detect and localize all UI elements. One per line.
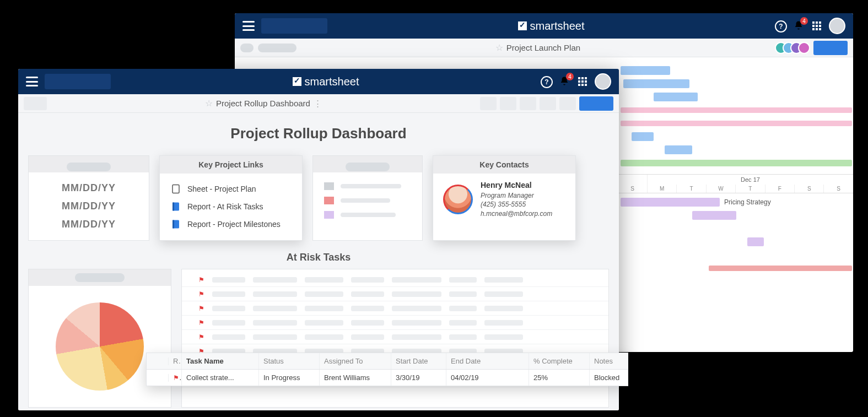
- avatar[interactable]: [829, 18, 845, 34]
- flag-icon: ⚑: [198, 305, 204, 312]
- subbar-pill: [258, 44, 296, 52]
- avatar[interactable]: [595, 73, 611, 90]
- share-button[interactable]: [813, 41, 848, 55]
- col-start: Start Date: [391, 353, 446, 369]
- brand-placeholder: [45, 74, 111, 89]
- more-icon[interactable]: ⋮: [314, 99, 322, 109]
- legend-widget: [312, 155, 423, 241]
- contacts-widget: Key Contacts Henry McNeal Program Manage…: [433, 155, 576, 241]
- links-widget: Key Project Links Sheet - Project Plan R…: [159, 155, 303, 241]
- col-end: End Date: [446, 353, 529, 369]
- legend-item: [322, 179, 413, 193]
- widget-header: [313, 156, 422, 172]
- notification-badge: 4: [800, 17, 808, 25]
- cell-status: In Progress: [259, 370, 320, 386]
- grid-row: ⚑: [182, 273, 608, 287]
- widget-header: Key Project Links: [160, 156, 302, 174]
- cell-pct: 25%: [529, 370, 590, 386]
- swatch-gray: [324, 182, 334, 190]
- svg-rect-0: [172, 185, 179, 193]
- timeline-day: S: [823, 185, 853, 193]
- brand: smartsheet: [293, 75, 359, 88]
- help-icon[interactable]: [541, 76, 552, 87]
- subbar-pill: [240, 44, 254, 52]
- contact-role: Program Manager: [481, 191, 552, 201]
- timeline-day: F: [765, 185, 794, 193]
- link-item[interactable]: Sheet - Project Plan: [169, 180, 293, 198]
- toolbar-button[interactable]: [520, 97, 536, 110]
- help-icon[interactable]: [775, 20, 786, 31]
- menu-icon[interactable]: [242, 21, 255, 31]
- contact-name: Henry McNeal: [481, 180, 552, 191]
- col-pct: % Complete: [529, 353, 590, 369]
- grid-row: ⚑: [182, 316, 608, 330]
- primary-button[interactable]: [579, 96, 613, 111]
- report-icon: [171, 219, 181, 230]
- col-taskname: Task Name: [182, 353, 259, 369]
- bell-icon[interactable]: 4: [559, 76, 570, 87]
- timeline-day: S: [617, 185, 646, 193]
- notification-badge: 4: [566, 73, 574, 80]
- toolbar-button[interactable]: [500, 97, 516, 110]
- apps-icon[interactable]: [578, 77, 587, 86]
- bell-icon[interactable]: 4: [794, 20, 805, 31]
- timeline-day: T: [735, 185, 764, 193]
- date-value: MM/DD/YY: [37, 179, 140, 197]
- contact-phone: (425) 355-5555: [481, 200, 552, 209]
- cell-assigned: Brent Williams: [320, 370, 391, 386]
- menu-icon[interactable]: [26, 77, 38, 86]
- topbar-back: smartsheet 4: [235, 13, 853, 39]
- widget-header: Key Contacts: [433, 156, 575, 174]
- col-risk: Risk: [169, 353, 182, 369]
- subbar-front: ☆ Project Rollup Dashboard ⋮: [18, 94, 619, 113]
- flag-icon: ⚑: [173, 373, 182, 382]
- star-icon[interactable]: ☆: [205, 98, 213, 109]
- table-row[interactable]: ⚑ Collect strate... In Progress Brent Wi…: [147, 370, 628, 386]
- collaborator-avatars[interactable]: [779, 42, 810, 54]
- risk-grid: ⚑⚑⚑⚑⚑⚑⚑⚑: [181, 269, 609, 408]
- toolbar-button[interactable]: [480, 97, 497, 110]
- col-notes: Notes: [590, 353, 628, 369]
- grid-row: ⚑: [182, 287, 608, 301]
- link-item[interactable]: Report - Project Milestones: [169, 215, 293, 233]
- toolbar-button[interactable]: [540, 97, 556, 110]
- cell-end: 04/02/19: [446, 370, 529, 386]
- pie-chart: [56, 302, 144, 391]
- topbar-front: smartsheet 4: [18, 69, 619, 94]
- cell-notes: Blocked: [590, 370, 628, 386]
- brand-text: smartsheet: [530, 20, 585, 33]
- col-assigned: Assigned To: [320, 353, 391, 369]
- cell-task: Collect strate...: [182, 370, 259, 386]
- timeline-day: S: [794, 185, 823, 193]
- date-value: MM/DD/YY: [37, 215, 140, 234]
- star-icon[interactable]: ☆: [495, 42, 503, 53]
- smartsheet-logo-icon: [293, 77, 301, 86]
- flag-icon: ⚑: [198, 319, 204, 327]
- link-label: Sheet - Project Plan: [187, 185, 256, 193]
- grid-row: ⚑: [182, 301, 608, 316]
- link-label: Report - At Risk Tasks: [187, 202, 263, 211]
- date-value: MM/DD/YY: [37, 197, 140, 215]
- ghost-text: [341, 198, 390, 203]
- apps-icon[interactable]: [812, 21, 821, 30]
- col-status: Status: [259, 353, 320, 369]
- pie-widget: [28, 269, 171, 408]
- grid-row: ⚑: [182, 330, 608, 344]
- subbar-back: ☆ Project Launch Plan: [235, 39, 853, 57]
- svg-rect-2: [172, 203, 174, 211]
- widget-header: [29, 269, 171, 286]
- widget-header: [29, 156, 149, 172]
- ghost-text: [341, 213, 396, 217]
- table-header: Risk Task Name Status Assigned To Start …: [147, 353, 628, 370]
- dashboard-title: Project Rollup Dashboard: [216, 99, 310, 108]
- link-item[interactable]: Report - At Risk Tasks: [169, 198, 293, 215]
- dates-widget: MM/DD/YY MM/DD/YY MM/DD/YY: [28, 155, 149, 241]
- report-icon: [171, 201, 181, 212]
- toolbar-button[interactable]: [559, 97, 576, 110]
- section-title: At Risk Tasks: [28, 252, 609, 263]
- timeline-day: M: [647, 185, 676, 193]
- ghost-text: [341, 184, 401, 188]
- legend-item: [322, 193, 413, 208]
- svg-rect-4: [172, 220, 174, 229]
- toolbar-button[interactable]: [24, 97, 47, 110]
